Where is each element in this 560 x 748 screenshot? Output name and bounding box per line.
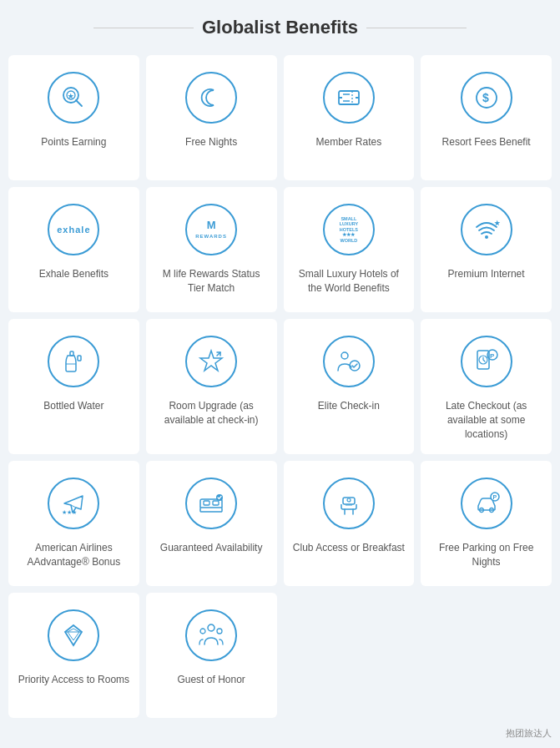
mlife-label: M life Rewards Status Tier Match: [154, 267, 269, 296]
bottled-water-label: Bottled Water: [43, 399, 103, 413]
benefit-card-slh[interactable]: SMALLLUXURYHOTELS★★★WORLDSmall Luxury Ho…: [284, 187, 415, 312]
svg-text:★: ★: [494, 220, 501, 227]
points-earning-label: Points Earning: [41, 135, 106, 149]
late-checkout-label: Late Checkout (as available at some loca…: [429, 399, 543, 441]
svg-rect-22: [213, 501, 219, 505]
exhale-label: Exhale Benefits: [39, 267, 108, 281]
svg-rect-20: [200, 508, 222, 512]
benefit-card-mlife[interactable]: MREWARDSM life Rewards Status Tier Match: [146, 187, 277, 312]
guest-of-honor-icon: [185, 609, 237, 661]
svg-point-6: [485, 235, 488, 239]
free-parking-icon: P: [461, 478, 512, 529]
member-rates-icon: [323, 72, 375, 124]
benefit-card-guaranteed-avail[interactable]: Guaranteed Availability: [146, 461, 277, 586]
svg-text:★: ★: [68, 93, 74, 100]
benefit-card-points-earning[interactable]: ★ Points Earning: [8, 55, 139, 180]
svg-point-12: [341, 352, 348, 359]
benefit-card-exhale[interactable]: exhaleExhale Benefits: [8, 187, 139, 312]
late-checkout-icon: P: [461, 336, 512, 387]
mlife-logo: MREWARDS: [195, 219, 227, 240]
benefit-card-room-upgrade[interactable]: Room Upgrade (as available at check-in): [146, 319, 277, 454]
svg-text:P: P: [492, 494, 497, 500]
benefit-card-member-rates[interactable]: Member Rates: [284, 55, 415, 180]
premium-internet-icon: ★: [461, 204, 512, 255]
svg-text:P: P: [490, 352, 495, 360]
priority-rooms-label: Priority Access to Rooms: [18, 673, 129, 687]
guaranteed-avail-icon: [185, 478, 237, 529]
exhale-logo: exhale: [57, 225, 90, 235]
benefit-card-guest-of-honor[interactable]: Guest of Honor: [146, 593, 277, 718]
benefit-card-free-nights[interactable]: Free Nights: [146, 55, 277, 180]
svg-point-37: [217, 629, 222, 634]
priority-rooms-icon: [48, 609, 99, 661]
page-title-area: Globalist Benefits: [8, 17, 552, 38]
room-upgrade-label: Room Upgrade (as available at check-in): [154, 399, 269, 427]
aa-bonus-icon: ★★★: [48, 478, 99, 529]
free-nights-icon: [185, 72, 237, 124]
svg-text:$: $: [482, 91, 489, 104]
page-title: Globalist Benefits: [202, 17, 358, 38]
slh-label: Small Luxury Hotels of the World Benefit…: [292, 267, 406, 296]
svg-rect-10: [78, 356, 81, 361]
free-parking-label: Free Parking on Free Nights: [429, 541, 543, 569]
slh-icon: SMALLLUXURYHOTELS★★★WORLD: [323, 204, 375, 255]
exhale-icon: exhale: [48, 204, 99, 255]
benefits-grid: ★ Points Earning Free Nights Member Rate…: [8, 55, 552, 718]
svg-rect-21: [204, 501, 209, 505]
svg-point-35: [208, 624, 214, 631]
bottled-water-icon: [48, 336, 99, 387]
svg-point-36: [200, 629, 205, 634]
resort-fees-label: Resort Fees Benefit: [442, 135, 531, 149]
premium-internet-label: Premium Internet: [448, 267, 525, 281]
elite-checkin-icon: [323, 336, 375, 387]
benefit-card-priority-rooms[interactable]: Priority Access to Rooms: [8, 593, 139, 718]
benefit-card-aa-bonus[interactable]: ★★★ American Airlines AAdvantage® Bonus: [8, 461, 139, 586]
member-rates-label: Member Rates: [316, 135, 382, 149]
svg-text:★★★: ★★★: [62, 509, 77, 515]
benefit-card-late-checkout[interactable]: P Late Checkout (as available at some lo…: [421, 319, 552, 454]
benefit-card-elite-checkin[interactable]: Elite Check-in: [284, 319, 415, 454]
slh-logo: SMALLLUXURYHOTELS★★★WORLD: [340, 216, 358, 244]
points-earning-icon: ★: [48, 72, 99, 124]
svg-point-27: [347, 498, 351, 502]
club-access-icon: [323, 478, 375, 529]
mlife-icon: MREWARDS: [185, 204, 237, 255]
aa-bonus-label: American Airlines AAdvantage® Bonus: [17, 541, 131, 569]
benefit-card-club-access[interactable]: Club Access or Breakfast: [284, 461, 415, 586]
elite-checkin-label: Elite Check-in: [318, 399, 380, 413]
room-upgrade-icon: [185, 336, 237, 387]
watermark: 抱团旅达人: [506, 727, 552, 740]
resort-fees-icon: $: [461, 72, 512, 124]
benefit-card-bottled-water[interactable]: Bottled Water: [8, 319, 139, 454]
benefit-card-free-parking[interactable]: P Free Parking on Free Nights: [421, 461, 552, 586]
benefit-card-premium-internet[interactable]: ★ Premium Internet: [421, 187, 552, 312]
guest-of-honor-label: Guest of Honor: [177, 673, 245, 687]
guaranteed-avail-label: Guaranteed Availability: [160, 541, 263, 555]
benefit-card-resort-fees[interactable]: $ Resort Fees Benefit: [421, 55, 552, 180]
free-nights-label: Free Nights: [185, 135, 237, 149]
club-access-label: Club Access or Breakfast: [293, 541, 405, 555]
